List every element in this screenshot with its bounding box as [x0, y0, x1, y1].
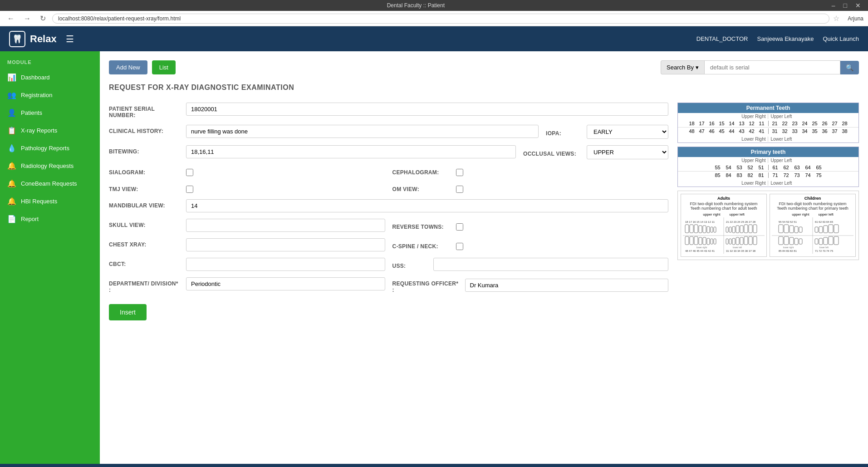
sialogram-checkbox[interactable]: [186, 169, 193, 176]
sialogram-group: SIALOGRAM:: [109, 166, 385, 176]
tooth-37: 37: [830, 128, 839, 134]
main-content: Add New List Search By ▾ 🔍 REQUEST FOR X…: [100, 51, 868, 464]
search-by-button[interactable]: Search By ▾: [661, 60, 704, 74]
search-input[interactable]: [704, 60, 840, 74]
sidebar-item-hbi-requests[interactable]: 🔔 HBI Requests: [0, 192, 100, 210]
close-button[interactable]: ✕: [852, 1, 864, 10]
sidebar-item-pathology-reports[interactable]: 💧 Pathology Reports: [0, 139, 100, 157]
svg-rect-65: [834, 236, 839, 245]
url-bar[interactable]: [52, 14, 829, 24]
sidebar-item-registration[interactable]: 👥 Registration: [0, 86, 100, 104]
tooth-22: 22: [780, 121, 790, 126]
cbct-input[interactable]: [186, 258, 385, 271]
tooth-46: 46: [707, 128, 716, 134]
om-view-checkbox[interactable]: [456, 186, 463, 193]
svg-rect-6: [694, 225, 698, 233]
window-user: Arjuna: [848, 15, 863, 22]
svg-rect-25: [699, 237, 702, 245]
minimize-button[interactable]: –: [828, 1, 839, 10]
tooth-84: 84: [724, 172, 734, 178]
om-view-group: OM VIEW:: [392, 182, 669, 193]
header-user: Sanjeewa Ekanayake: [757, 35, 814, 42]
patient-serial-input[interactable]: [186, 103, 668, 116]
clinical-history-input[interactable]: [186, 125, 539, 138]
c-spine-label: C-SPINE / NECK:: [392, 240, 451, 250]
reload-button[interactable]: ↻: [37, 13, 49, 24]
svg-rect-48: [799, 227, 802, 232]
svg-rect-26: [703, 237, 706, 245]
occlusal-views-select[interactable]: UPPER LOWER BOTH NONE: [587, 145, 668, 159]
add-new-button[interactable]: Add New: [109, 60, 147, 74]
svg-rect-56: [779, 236, 783, 245]
department-input[interactable]: [186, 277, 385, 290]
primary-teeth-title: Primary teeth: [678, 147, 858, 157]
tooth-36: 36: [820, 128, 829, 134]
svg-rect-36: [749, 236, 752, 245]
svg-rect-59: [794, 238, 798, 245]
list-button[interactable]: List: [152, 60, 176, 74]
search-go-button[interactable]: 🔍: [840, 61, 859, 74]
sidebar-item-conebeam-requests[interactable]: 🔔 ConeBeam Requests: [0, 175, 100, 192]
upper-left-label: Upper Left: [769, 114, 857, 119]
tooth-24: 24: [800, 121, 809, 126]
back-button[interactable]: ←: [5, 14, 17, 24]
svg-text:lower left: lower left: [819, 246, 829, 249]
iopa-select[interactable]: EARLY LATE NONE: [587, 125, 668, 139]
children-subtitle: FDI two-digit tooth numbering systemTeet…: [772, 202, 853, 211]
svg-rect-11: [714, 227, 716, 232]
svg-rect-16: [740, 226, 743, 233]
bitewing-input[interactable]: [186, 145, 516, 158]
sidebar-label-report: Report: [21, 216, 39, 222]
uss-input[interactable]: [433, 258, 669, 271]
form-title: REQUEST FOR X-RAY DIAGNOSTIC EXAMINATION: [109, 84, 859, 92]
skull-view-input[interactable]: [186, 219, 385, 232]
tooth-25: 25: [810, 121, 819, 126]
sidebar-label-patients: Patients: [21, 109, 42, 116]
svg-rect-7: [699, 226, 702, 233]
header-role: DENTAL_DOCTOR: [696, 35, 748, 42]
bookmark-icon[interactable]: ☆: [833, 14, 839, 23]
tooth-83: 83: [735, 172, 745, 178]
app-logo: 🦷 Relax: [9, 31, 57, 47]
cephalogram-checkbox[interactable]: [456, 169, 463, 176]
reverse-towns-checkbox[interactable]: [456, 223, 463, 231]
sidebar-item-radiology-requests[interactable]: 🔔 Radiology Requests: [0, 157, 100, 175]
maximize-button[interactable]: □: [840, 1, 851, 10]
tooth-63: 63: [792, 165, 802, 170]
svg-rect-51: [824, 226, 828, 233]
hamburger-icon[interactable]: ☰: [66, 34, 74, 44]
svg-rect-33: [736, 237, 739, 245]
sidebar-item-dashboard[interactable]: 📊 Dashboard: [0, 69, 100, 86]
svg-rect-18: [749, 225, 752, 233]
forward-button[interactable]: →: [21, 14, 34, 24]
mandibular-view-label: MANDIBULAR VIEW:: [109, 199, 181, 209]
svg-rect-34: [740, 237, 743, 245]
svg-rect-32: [732, 238, 735, 245]
svg-rect-46: [790, 226, 794, 233]
tmj-view-checkbox[interactable]: [186, 186, 193, 193]
c-spine-group: C-SPINE / NECK:: [392, 238, 669, 251]
tooth-55: 55: [713, 165, 723, 170]
sidebar-item-report[interactable]: 📄 Report: [0, 210, 100, 228]
tooth-17: 17: [697, 121, 706, 126]
reverse-towns-group: REVERSE TOWNS:: [392, 219, 669, 232]
svg-rect-60: [799, 239, 802, 244]
svg-text:71 72 73 74 75: 71 72 73 74 75: [815, 250, 834, 252]
chest-xray-input[interactable]: [186, 238, 385, 251]
c-spine-checkbox[interactable]: [456, 243, 463, 250]
requesting-officer-input[interactable]: [465, 279, 669, 292]
tmj-view-label: TMJ VIEW:: [109, 183, 181, 192]
tooth-16: 16: [707, 121, 716, 126]
sidebar: MODULE 📊 Dashboard 👥 Registration 👤 Pati…: [0, 51, 100, 464]
tooth-75: 75: [814, 172, 824, 178]
tooth-27: 27: [830, 121, 839, 126]
quick-launch-button[interactable]: Quick Launch: [823, 35, 859, 42]
adult-upper-left-label-small: upper left: [729, 212, 744, 216]
tooth-73: 73: [792, 172, 802, 178]
mandibular-view-input[interactable]: [186, 199, 668, 212]
insert-button[interactable]: Insert: [109, 304, 147, 320]
svg-text:85 84 83 82 81: 85 84 83 82 81: [779, 250, 797, 252]
sidebar-item-xray-reports[interactable]: 📋 X-ray Reports: [0, 122, 100, 139]
sidebar-item-patients[interactable]: 👤 Patients: [0, 104, 100, 122]
search-group: Search By ▾ 🔍: [661, 60, 859, 74]
